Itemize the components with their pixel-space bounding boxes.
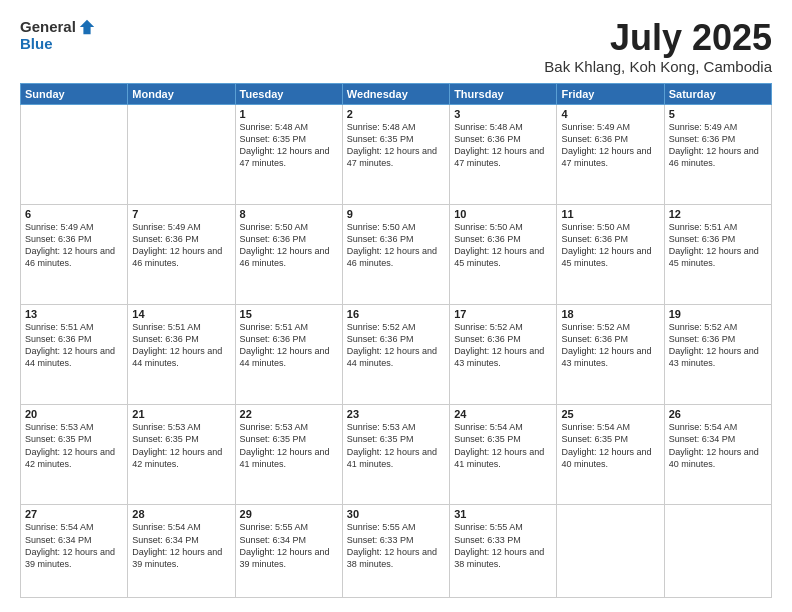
week-row-5: 27Sunrise: 5:54 AMSunset: 6:34 PMDayligh…: [21, 505, 772, 598]
day-info: Sunrise: 5:52 AMSunset: 6:36 PMDaylight:…: [454, 321, 552, 370]
day-info: Sunrise: 5:51 AMSunset: 6:36 PMDaylight:…: [240, 321, 338, 370]
day-number: 8: [240, 208, 338, 220]
logo: General Blue: [20, 18, 96, 53]
week-row-3: 13Sunrise: 5:51 AMSunset: 6:36 PMDayligh…: [21, 305, 772, 405]
day-number: 29: [240, 508, 338, 520]
calendar-cell: 13Sunrise: 5:51 AMSunset: 6:36 PMDayligh…: [21, 305, 128, 405]
day-info: Sunrise: 5:52 AMSunset: 6:36 PMDaylight:…: [347, 321, 445, 370]
day-info: Sunrise: 5:50 AMSunset: 6:36 PMDaylight:…: [347, 221, 445, 270]
day-info: Sunrise: 5:49 AMSunset: 6:36 PMDaylight:…: [669, 121, 767, 170]
calendar-cell: 10Sunrise: 5:50 AMSunset: 6:36 PMDayligh…: [450, 204, 557, 304]
calendar-cell: 11Sunrise: 5:50 AMSunset: 6:36 PMDayligh…: [557, 204, 664, 304]
day-number: 31: [454, 508, 552, 520]
calendar-cell: [664, 505, 771, 598]
day-info: Sunrise: 5:54 AMSunset: 6:34 PMDaylight:…: [669, 421, 767, 470]
weekday-header-saturday: Saturday: [664, 83, 771, 104]
calendar-table: SundayMondayTuesdayWednesdayThursdayFrid…: [20, 83, 772, 598]
day-number: 27: [25, 508, 123, 520]
day-info: Sunrise: 5:53 AMSunset: 6:35 PMDaylight:…: [347, 421, 445, 470]
calendar-cell: [128, 104, 235, 204]
day-number: 18: [561, 308, 659, 320]
calendar-cell: 23Sunrise: 5:53 AMSunset: 6:35 PMDayligh…: [342, 405, 449, 505]
calendar-cell: 16Sunrise: 5:52 AMSunset: 6:36 PMDayligh…: [342, 305, 449, 405]
calendar-cell: 22Sunrise: 5:53 AMSunset: 6:35 PMDayligh…: [235, 405, 342, 505]
calendar-cell: 26Sunrise: 5:54 AMSunset: 6:34 PMDayligh…: [664, 405, 771, 505]
weekday-header-wednesday: Wednesday: [342, 83, 449, 104]
day-info: Sunrise: 5:54 AMSunset: 6:34 PMDaylight:…: [25, 521, 123, 570]
day-number: 3: [454, 108, 552, 120]
calendar-cell: 2Sunrise: 5:48 AMSunset: 6:35 PMDaylight…: [342, 104, 449, 204]
weekday-header-tuesday: Tuesday: [235, 83, 342, 104]
calendar-cell: 24Sunrise: 5:54 AMSunset: 6:35 PMDayligh…: [450, 405, 557, 505]
calendar-cell: 31Sunrise: 5:55 AMSunset: 6:33 PMDayligh…: [450, 505, 557, 598]
calendar-cell: 27Sunrise: 5:54 AMSunset: 6:34 PMDayligh…: [21, 505, 128, 598]
day-number: 25: [561, 408, 659, 420]
day-info: Sunrise: 5:49 AMSunset: 6:36 PMDaylight:…: [561, 121, 659, 170]
weekday-header-thursday: Thursday: [450, 83, 557, 104]
day-info: Sunrise: 5:49 AMSunset: 6:36 PMDaylight:…: [25, 221, 123, 270]
day-info: Sunrise: 5:49 AMSunset: 6:36 PMDaylight:…: [132, 221, 230, 270]
week-row-2: 6Sunrise: 5:49 AMSunset: 6:36 PMDaylight…: [21, 204, 772, 304]
day-info: Sunrise: 5:55 AMSunset: 6:34 PMDaylight:…: [240, 521, 338, 570]
calendar-cell: 19Sunrise: 5:52 AMSunset: 6:36 PMDayligh…: [664, 305, 771, 405]
logo-blue-text: Blue: [20, 36, 96, 53]
day-number: 20: [25, 408, 123, 420]
day-number: 30: [347, 508, 445, 520]
day-number: 6: [25, 208, 123, 220]
logo-icon: [78, 18, 96, 36]
calendar-cell: 12Sunrise: 5:51 AMSunset: 6:36 PMDayligh…: [664, 204, 771, 304]
calendar-cell: [557, 505, 664, 598]
day-number: 28: [132, 508, 230, 520]
month-title: July 2025: [544, 18, 772, 58]
day-number: 13: [25, 308, 123, 320]
calendar-cell: 4Sunrise: 5:49 AMSunset: 6:36 PMDaylight…: [557, 104, 664, 204]
day-number: 21: [132, 408, 230, 420]
calendar-cell: 7Sunrise: 5:49 AMSunset: 6:36 PMDaylight…: [128, 204, 235, 304]
day-number: 22: [240, 408, 338, 420]
day-info: Sunrise: 5:53 AMSunset: 6:35 PMDaylight:…: [240, 421, 338, 470]
day-number: 4: [561, 108, 659, 120]
day-number: 23: [347, 408, 445, 420]
calendar-cell: 14Sunrise: 5:51 AMSunset: 6:36 PMDayligh…: [128, 305, 235, 405]
day-info: Sunrise: 5:52 AMSunset: 6:36 PMDaylight:…: [669, 321, 767, 370]
calendar-cell: 30Sunrise: 5:55 AMSunset: 6:33 PMDayligh…: [342, 505, 449, 598]
page: General Blue July 2025 Bak Khlang, Koh K…: [0, 0, 792, 612]
day-info: Sunrise: 5:51 AMSunset: 6:36 PMDaylight:…: [132, 321, 230, 370]
header: General Blue July 2025 Bak Khlang, Koh K…: [20, 18, 772, 75]
day-info: Sunrise: 5:54 AMSunset: 6:35 PMDaylight:…: [561, 421, 659, 470]
calendar-cell: 18Sunrise: 5:52 AMSunset: 6:36 PMDayligh…: [557, 305, 664, 405]
day-info: Sunrise: 5:50 AMSunset: 6:36 PMDaylight:…: [240, 221, 338, 270]
day-number: 10: [454, 208, 552, 220]
weekday-header-sunday: Sunday: [21, 83, 128, 104]
day-number: 1: [240, 108, 338, 120]
day-number: 7: [132, 208, 230, 220]
day-number: 15: [240, 308, 338, 320]
calendar-cell: 8Sunrise: 5:50 AMSunset: 6:36 PMDaylight…: [235, 204, 342, 304]
day-info: Sunrise: 5:52 AMSunset: 6:36 PMDaylight:…: [561, 321, 659, 370]
weekday-header-friday: Friday: [557, 83, 664, 104]
day-number: 16: [347, 308, 445, 320]
weekday-header-monday: Monday: [128, 83, 235, 104]
calendar-cell: 5Sunrise: 5:49 AMSunset: 6:36 PMDaylight…: [664, 104, 771, 204]
day-info: Sunrise: 5:51 AMSunset: 6:36 PMDaylight:…: [669, 221, 767, 270]
day-info: Sunrise: 5:50 AMSunset: 6:36 PMDaylight:…: [561, 221, 659, 270]
day-info: Sunrise: 5:54 AMSunset: 6:35 PMDaylight:…: [454, 421, 552, 470]
calendar-cell: 9Sunrise: 5:50 AMSunset: 6:36 PMDaylight…: [342, 204, 449, 304]
title-block: July 2025 Bak Khlang, Koh Kong, Cambodia: [544, 18, 772, 75]
day-number: 9: [347, 208, 445, 220]
calendar-cell: 3Sunrise: 5:48 AMSunset: 6:36 PMDaylight…: [450, 104, 557, 204]
logo-general-text: General: [20, 19, 76, 36]
day-info: Sunrise: 5:48 AMSunset: 6:35 PMDaylight:…: [240, 121, 338, 170]
day-number: 26: [669, 408, 767, 420]
day-number: 24: [454, 408, 552, 420]
weekday-header-row: SundayMondayTuesdayWednesdayThursdayFrid…: [21, 83, 772, 104]
calendar-cell: 20Sunrise: 5:53 AMSunset: 6:35 PMDayligh…: [21, 405, 128, 505]
calendar-cell: 29Sunrise: 5:55 AMSunset: 6:34 PMDayligh…: [235, 505, 342, 598]
day-number: 14: [132, 308, 230, 320]
day-number: 19: [669, 308, 767, 320]
day-info: Sunrise: 5:55 AMSunset: 6:33 PMDaylight:…: [347, 521, 445, 570]
calendar-cell: [21, 104, 128, 204]
location-title: Bak Khlang, Koh Kong, Cambodia: [544, 58, 772, 75]
day-info: Sunrise: 5:55 AMSunset: 6:33 PMDaylight:…: [454, 521, 552, 570]
day-info: Sunrise: 5:51 AMSunset: 6:36 PMDaylight:…: [25, 321, 123, 370]
